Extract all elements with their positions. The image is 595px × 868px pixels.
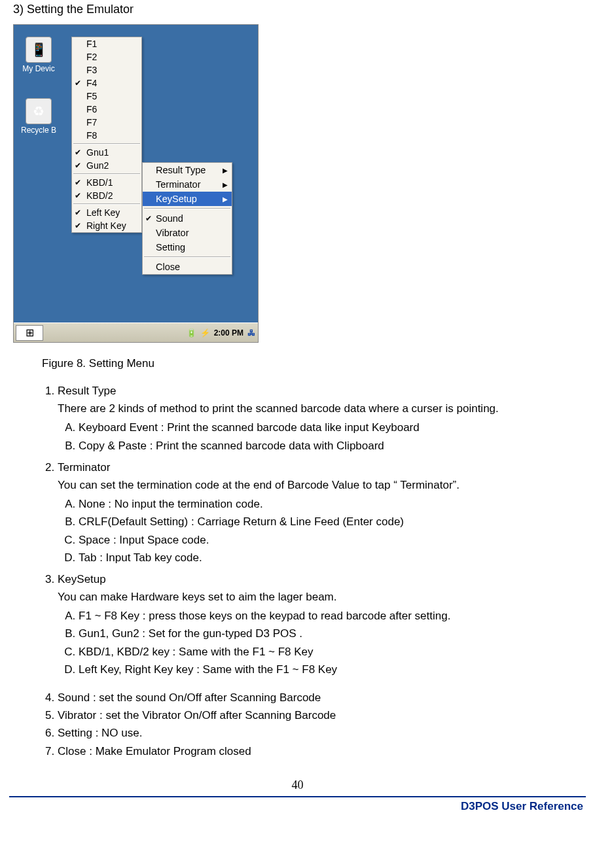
tray-network-icon: 🖧 [247,328,255,338]
tray-icon: 🔋 [187,328,196,338]
menu-item-gnu1[interactable]: Gnu1 [72,146,141,159]
menu-item-f8[interactable]: F8 [72,129,141,142]
list-item: Close : Make Emulator Program closed [58,742,571,760]
item-desc: There are 2 kinds of method to print the… [58,402,499,415]
item-title: KeySetup [58,573,106,585]
taskbar: ⊞ 🔋 ⚡ 2:00 PM 🖧 [14,322,258,342]
menu-item-setting[interactable]: Setting [143,240,232,254]
menu-separator [144,208,230,209]
menu-item-close[interactable]: Close [143,260,232,274]
item-desc: You can make Hardware keys set to aim th… [58,591,336,603]
menu-item-vibrator[interactable]: Vibrator [143,226,232,240]
menu-separator [73,203,140,205]
list-item: None : No input the termination code. [79,495,571,513]
system-tray[interactable]: 🔋 ⚡ 2:00 PM 🖧 [187,328,258,338]
menu-item-f4[interactable]: F4 [72,77,141,90]
menu-separator [73,143,140,145]
start-button[interactable]: ⊞ [16,325,43,341]
list-item: Vibrator : set the Vibrator On/Off after… [58,706,571,724]
list-item: Tab : Input Tab key code. [79,549,571,566]
menu-item-f3[interactable]: F3 [72,63,141,77]
menu-separator [73,173,140,175]
menu-item-f7[interactable]: F7 [72,116,141,129]
item-title: Terminator [58,461,110,474]
page-number: 40 [10,778,585,792]
menu-item-resulttype[interactable]: Result Type [143,163,232,177]
figure-caption: Figure 8. Setting Menu [42,357,585,370]
menu-item-f1[interactable]: F1 [72,37,141,50]
device-icon: 📱 [26,37,52,63]
list-item: Gun1, Gun2 : Set for the gun-typed D3 PO… [79,625,571,642]
menu-item-f2[interactable]: F2 [72,50,141,63]
tray-clock: 2:00 PM [214,328,243,338]
list-item: KBD/1, KBD/2 key : Same with the F1 ~ F8… [79,643,571,661]
section-heading: 3) Setting the Emulator [13,3,585,16]
item-title: Result Type [58,385,116,397]
menu-item-terminator[interactable]: Terminator [143,177,232,192]
footer-text: D3POS User Reference [0,800,595,820]
document-body: Result Type There are 2 kinds of method … [42,382,571,760]
windows-icon: ⊞ [26,326,34,339]
desktop-icon-label: My Devic [18,64,60,73]
item-desc: You can set the termination code at the … [58,479,460,491]
menu-item-kbd2[interactable]: KBD/2 [72,189,141,202]
desktop-icon-mydevice[interactable]: 📱 My Devic [18,37,60,73]
menu-separator [144,256,230,258]
list-item: Space : Input Space code. [79,531,571,549]
recycle-icon: ♻ [26,98,52,124]
menu-item-keysetup[interactable]: KeySetup [143,192,232,206]
list-item: Copy & Paste : Print the scanned barcode… [79,437,571,455]
main-context-menu[interactable]: Result Type Terminator KeySetup Sound Vi… [142,162,232,275]
list-item: CRLF(Default Setting) : Carriage Return … [79,513,571,530]
menu-item-rightkey[interactable]: Right Key [72,219,141,232]
menu-item-sound[interactable]: Sound [143,211,232,226]
desktop-icon-recycle[interactable]: ♻ Recycle B [18,98,60,135]
menu-item-leftkey[interactable]: Left Key [72,206,141,219]
list-item: Setting : NO use. [58,724,571,742]
menu-item-f5[interactable]: F5 [72,90,141,103]
desktop-icon-label: Recycle B [18,126,60,135]
list-item: Left Key, Right Key key : Same with the … [79,661,571,678]
menu-item-gun2[interactable]: Gun2 [72,159,141,172]
menu-item-kbd1[interactable]: KBD/1 [72,176,141,189]
list-item: F1 ~ F8 Key : press those keys on the ke… [79,607,571,625]
keysetup-submenu[interactable]: F1 F2 F3 F4 F5 F6 F7 F8 Gnu1 Gun2 KBD/1 … [71,37,142,233]
list-item: Sound : set the sound On/Off after Scann… [58,689,571,706]
list-item: Keyboard Event : Print the scanned barco… [79,419,571,436]
tray-signal-icon: ⚡ [200,328,210,338]
emulator-screenshot: 📱 My Devic ♻ Recycle B F1 F2 F3 F4 F5 F6… [13,24,259,343]
footer-rule [9,796,586,797]
menu-item-f6[interactable]: F6 [72,103,141,116]
